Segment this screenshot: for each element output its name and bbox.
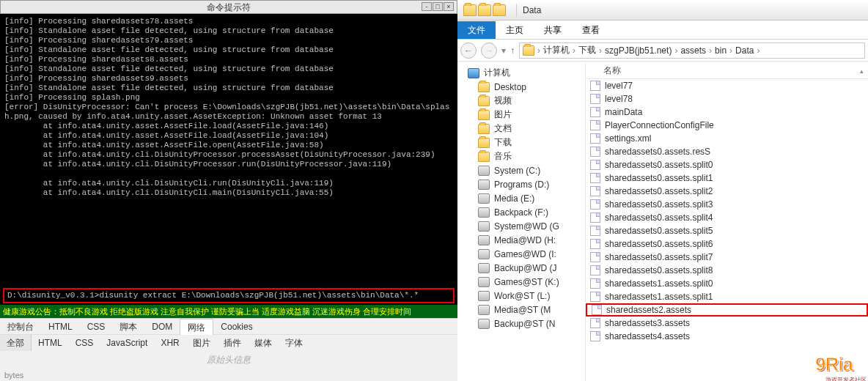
maximize-button[interactable]: □ <box>433 2 443 11</box>
devtools-tab[interactable]: HTML <box>41 319 80 335</box>
file-name: sharedassets0.assets.split8 <box>605 265 713 275</box>
terminal-title: 命令提示符 <box>207 2 251 12</box>
sidebar-item[interactable]: Work@ST (L:) <box>457 289 585 303</box>
folder-icon <box>478 82 490 92</box>
devtools-filter[interactable]: XHR <box>154 335 185 351</box>
file-row[interactable]: sharedassets0.assets.split0 <box>586 158 868 171</box>
file-row[interactable]: sharedassets1.assets.split0 <box>586 277 868 290</box>
minimize-button[interactable]: - <box>422 2 432 11</box>
terminal-output[interactable]: [info] Processing sharedassets78.assets … <box>0 14 457 286</box>
sidebar-item[interactable]: Media@WD (H: <box>457 233 585 247</box>
file-row[interactable]: sharedassets0.assets.split5 <box>586 224 868 237</box>
file-row[interactable]: level78 <box>586 92 868 106</box>
chevron-right-icon: › <box>573 45 575 56</box>
disk-icon <box>478 221 490 232</box>
sidebar-item[interactable]: Backup@WD (J <box>457 261 585 275</box>
sidebar-item[interactable]: Games@ST (K:) <box>457 275 585 289</box>
sidebar-item[interactable]: 图片 <box>457 108 585 122</box>
explorer-titlebar[interactable]: Data <box>457 0 868 21</box>
file-row[interactable]: sharedassets2.assets <box>586 303 868 317</box>
sidebar-item-computer[interactable]: 计算机 <box>457 66 585 80</box>
breadcrumb-item[interactable]: bin <box>715 45 727 56</box>
nav-forward-button[interactable]: → <box>481 42 497 59</box>
breadcrumb-item[interactable]: Data <box>735 45 754 56</box>
file-icon <box>590 226 600 236</box>
devtools-filter[interactable]: 媒体 <box>248 335 279 351</box>
devtools-filter[interactable]: 插件 <box>217 335 248 351</box>
nav-up-button[interactable]: ↑ <box>510 45 515 56</box>
devtools-tab[interactable]: CSS <box>80 319 113 335</box>
sidebar-item-label: System (C:) <box>494 166 540 176</box>
file-row[interactable]: mainData <box>586 106 868 119</box>
ribbon-share[interactable]: 共享 <box>534 21 572 39</box>
breadcrumb[interactable]: › 计算机›下载›szgPJB(jb51.net)›assets›bin›Dat… <box>519 42 865 59</box>
file-icon <box>590 239 600 249</box>
file-row[interactable]: sharedassets4.assets <box>586 330 868 343</box>
sidebar-item[interactable]: Media (E:) <box>457 191 585 205</box>
breadcrumb-item[interactable]: assets <box>680 45 706 56</box>
disk-icon <box>478 235 490 245</box>
file-row[interactable]: sharedassets0.assets.split4 <box>586 211 868 224</box>
file-row[interactable]: sharedassets1.assets.split1 <box>586 290 868 303</box>
file-row[interactable]: sharedassets0.assets.resS <box>586 145 868 158</box>
nav-back-button[interactable]: ← <box>460 42 477 59</box>
sidebar-item[interactable]: System (C:) <box>457 163 585 177</box>
close-button[interactable]: × <box>444 2 454 11</box>
file-row[interactable]: settings.xml <box>586 132 868 145</box>
navigation-pane[interactable]: 计算机Desktop视频图片文档下载音乐System (C:)Programs … <box>457 62 586 381</box>
devtools-filter[interactable]: 图片 <box>186 335 217 351</box>
file-row[interactable]: sharedassets0.assets.split7 <box>586 251 868 264</box>
file-list[interactable]: 名称 ▴ level77level78mainDataPlayerConnect… <box>586 62 868 381</box>
folder-icon <box>478 96 490 106</box>
sidebar-item[interactable]: Backpack (F:) <box>457 205 585 219</box>
devtools-tab[interactable]: 网络 <box>180 319 213 335</box>
file-row[interactable]: PlayerConnectionConfigFile <box>586 119 868 132</box>
sidebar-item[interactable]: 下载 <box>457 136 585 149</box>
file-row[interactable]: sharedassets0.assets.split6 <box>586 237 868 251</box>
sidebar-item-label: Backup@WD (J <box>494 263 557 273</box>
disk-icon <box>478 193 490 204</box>
file-icon <box>592 305 602 315</box>
file-row[interactable]: sharedassets0.assets.split3 <box>586 198 868 211</box>
devtools-filter[interactable]: JavaScript <box>100 335 154 351</box>
devtools-filter[interactable]: 全部 <box>0 335 32 351</box>
file-row[interactable]: sharedassets0.assets.split1 <box>586 171 868 185</box>
devtools-filter[interactable]: CSS <box>69 335 100 351</box>
sidebar-item[interactable]: 音乐 <box>457 149 585 163</box>
sidebar-item[interactable]: Media@ST (M <box>457 303 585 317</box>
file-name: sharedassets0.assets.split2 <box>605 186 713 196</box>
sidebar-item[interactable]: 视频 <box>457 94 585 108</box>
devtools-tab[interactable]: Cookies <box>213 319 260 335</box>
file-name: level78 <box>605 94 633 104</box>
devtools-filter[interactable]: 字体 <box>279 335 309 351</box>
folder-icon <box>463 4 477 16</box>
devtools-filter[interactable]: HTML <box>32 335 69 351</box>
file-icon <box>590 81 600 91</box>
ribbon-home[interactable]: 主页 <box>496 21 534 39</box>
breadcrumb-item[interactable]: 计算机 <box>543 44 570 56</box>
chevron-down-icon[interactable]: ▾ <box>501 45 506 56</box>
folder-icon <box>493 4 506 16</box>
column-header-name[interactable]: 名称 ▴ <box>586 62 868 79</box>
terminal-titlebar[interactable]: 命令提示符 - □ × <box>0 0 457 14</box>
breadcrumb-item[interactable]: 下载 <box>578 44 596 56</box>
sidebar-item[interactable]: Programs (D:) <box>457 177 585 191</box>
devtools-tab[interactable]: 脚本 <box>112 319 144 335</box>
sidebar-item[interactable]: Games@WD (I: <box>457 247 585 261</box>
file-icon <box>590 186 600 196</box>
file-row[interactable]: level77 <box>586 79 868 92</box>
devtools-tab[interactable]: DOM <box>144 319 180 335</box>
sidebar-item[interactable]: 文档 <box>457 122 585 136</box>
ribbon-view[interactable]: 查看 <box>572 21 610 39</box>
breadcrumb-item[interactable]: szgPJB(jb51.net) <box>605 45 672 56</box>
sidebar-item-label: Media@ST (M <box>494 305 551 315</box>
sidebar-item[interactable]: Backup@ST (N <box>457 317 585 330</box>
file-row[interactable]: sharedassets0.assets.split8 <box>586 264 868 277</box>
file-row[interactable]: sharedassets0.assets.split2 <box>586 185 868 198</box>
sidebar-item[interactable]: System@WD (G <box>457 219 585 233</box>
devtools-tab[interactable]: 控制台 <box>0 319 41 335</box>
file-row[interactable]: sharedassets3.assets <box>586 317 868 330</box>
chevron-right-icon: › <box>709 45 712 56</box>
ribbon-file[interactable]: 文件 <box>457 21 496 39</box>
sidebar-item[interactable]: Desktop <box>457 80 585 94</box>
